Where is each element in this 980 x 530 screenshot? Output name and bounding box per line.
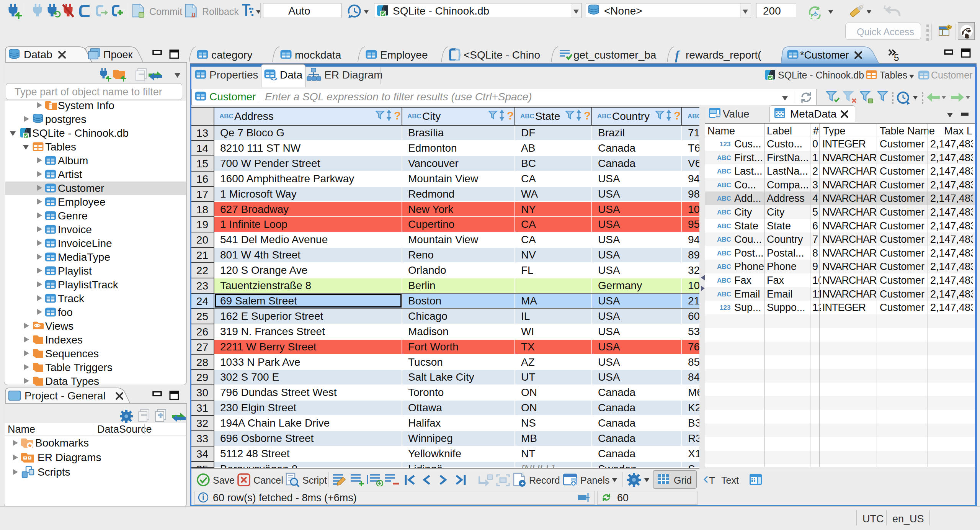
svg-text:T: T xyxy=(709,475,715,486)
svg-text:5: 5 xyxy=(894,52,899,62)
svg-text:<>: <> xyxy=(270,75,277,81)
